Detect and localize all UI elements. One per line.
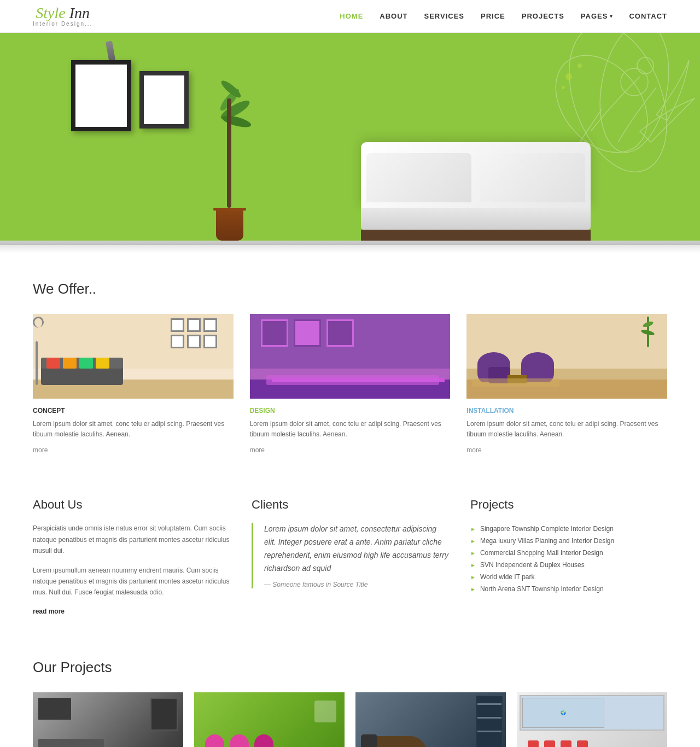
- about-col: About Us Perspiciatis unde omnis iste na…: [33, 498, 230, 615]
- offer-concept-text: Lorem ipsum dolor sit amet, conc telu er…: [33, 419, 234, 440]
- list-item: ►Commercial Shopping Mall Interior Desig…: [470, 547, 667, 559]
- logo-brand: Style Inn: [36, 5, 90, 21]
- offer-card-installation: INSTALLATION Lorem ipsum dolor sit amet,…: [466, 314, 667, 454]
- hero-section: [0, 33, 700, 241]
- arrow-icon: ►: [470, 550, 476, 556]
- offer-installation-title: INSTALLATION: [466, 407, 667, 415]
- offer-grid: CONCEPT Lorem ipsum dolor sit amet, conc…: [33, 314, 667, 454]
- nav-price[interactable]: PRICE: [481, 12, 505, 20]
- arrow-icon: ►: [470, 538, 476, 544]
- proj-img-3: [355, 692, 506, 747]
- offer-img-installation: [466, 314, 667, 399]
- projects-list: ►Singapore Township Complete Interior De…: [470, 523, 667, 595]
- svg-point-7: [562, 86, 565, 89]
- about-title: About Us: [33, 498, 230, 512]
- offer-card-concept: CONCEPT Lorem ipsum dolor sit amet, conc…: [33, 314, 234, 454]
- projects-col: Projects ►Singapore Township Complete In…: [470, 498, 667, 615]
- nav-projects[interactable]: PROJECTS: [522, 12, 564, 20]
- offer-installation-more[interactable]: more: [466, 446, 481, 454]
- proj-card-4: 🌍 Praesent commodo Nullam Condimentum Ni…: [517, 692, 667, 747]
- list-item: ►North Arena SNT Township Interior Desig…: [470, 583, 667, 595]
- offer-concept-more[interactable]: more: [33, 446, 48, 454]
- wall-frames-decoration: [71, 60, 189, 131]
- list-item: ►Singapore Township Complete Interior De…: [470, 523, 667, 535]
- proj-img-1: [33, 692, 183, 747]
- frame-large: [71, 60, 131, 131]
- nav-home[interactable]: HOME: [340, 12, 363, 20]
- offer-concept-title: CONCEPT: [33, 407, 234, 415]
- projects-col-title: Projects: [470, 498, 667, 512]
- logo-tagline: Interior Design...: [33, 21, 92, 27]
- about-read-more[interactable]: read more: [33, 608, 65, 615]
- our-projects-title: Our Projects: [33, 659, 667, 676]
- clients-col: Clients Lorem ipsum dolor sit amet, cons…: [252, 498, 448, 615]
- nav-contact[interactable]: CONTACT: [629, 12, 667, 20]
- proj-img-2: [194, 692, 345, 747]
- arrow-icon: ►: [470, 574, 476, 580]
- floor-shadow-decoration: [0, 245, 700, 253]
- our-projects-section: Our Projects Praesent commodo Nullam Con…: [0, 637, 700, 747]
- proj-card-3: Praesent commodo Nullam Condimentum Nibh…: [355, 692, 506, 747]
- dropdown-arrow-icon: ▾: [610, 13, 612, 19]
- offer-img-concept: [33, 314, 234, 399]
- frame-small: [139, 71, 189, 129]
- svg-point-6: [578, 63, 582, 68]
- about-clients-projects-row: About Us Perspiciatis unde omnis iste na…: [0, 476, 700, 637]
- clients-quote-text: Lorem ipsum dolor sit amet, consectetur …: [264, 523, 448, 575]
- offer-design-text: Lorem ipsum dolor sit amet, conc telu er…: [250, 419, 451, 440]
- offer-img-design: [250, 314, 451, 399]
- main-nav: HOME ABOUT SERVICES PRICE PROJECTS PAGES…: [340, 12, 667, 20]
- proj-img-4: 🌍: [517, 692, 667, 747]
- arrow-icon: ►: [470, 562, 476, 568]
- nav-services[interactable]: SERVICES: [424, 12, 465, 20]
- nav-about[interactable]: ABOUT: [380, 12, 407, 20]
- arrow-icon: ►: [470, 586, 476, 592]
- floor-decoration: [0, 241, 700, 245]
- list-item: ►SVN Independent & Duplex Houses: [470, 559, 667, 571]
- offer-card-design: DESIGN Lorem ipsum dolor sit amet, conc …: [250, 314, 451, 454]
- about-text-2: Lorem ipsumullum aenean noummy endrent m…: [33, 565, 230, 598]
- offer-installation-text: Lorem ipsum dolor sit amet, conc telu er…: [466, 419, 667, 440]
- sofa-decoration: [361, 142, 591, 241]
- site-header: Style Inn Interior Design... HOME ABOUT …: [0, 0, 700, 33]
- proj-card-2: Praesent commodo Nullam Condimentum Nibh…: [194, 692, 345, 747]
- nav-pages-dropdown[interactable]: PAGES ▾: [581, 12, 613, 20]
- svg-point-5: [565, 73, 572, 80]
- offer-title: We Offer..: [33, 281, 667, 297]
- nav-pages-label[interactable]: PAGES: [581, 12, 608, 20]
- clients-quote-author: — Someone famous in Source Title: [264, 581, 448, 588]
- clients-quote-block: Lorem ipsum dolor sit amet, consectetur …: [252, 523, 448, 588]
- list-item: ►Mega luxury Villas Planing and Interior…: [470, 535, 667, 547]
- offer-design-more[interactable]: more: [250, 446, 265, 454]
- proj-card-1: Praesent commodo Nullam Condimentum Nibh…: [33, 692, 183, 747]
- arrow-icon: ►: [470, 526, 476, 532]
- plant-decoration: [208, 87, 252, 241]
- offer-design-title: DESIGN: [250, 407, 451, 415]
- offer-section: We Offer..: [0, 253, 700, 476]
- logo[interactable]: Style Inn Interior Design...: [33, 5, 92, 27]
- about-text-1: Perspiciatis unde omnis iste natus error…: [33, 523, 230, 556]
- projects-grid: Praesent commodo Nullam Condimentum Nibh…: [33, 692, 667, 747]
- list-item: ►World wide IT park: [470, 571, 667, 583]
- clients-title: Clients: [252, 498, 448, 512]
